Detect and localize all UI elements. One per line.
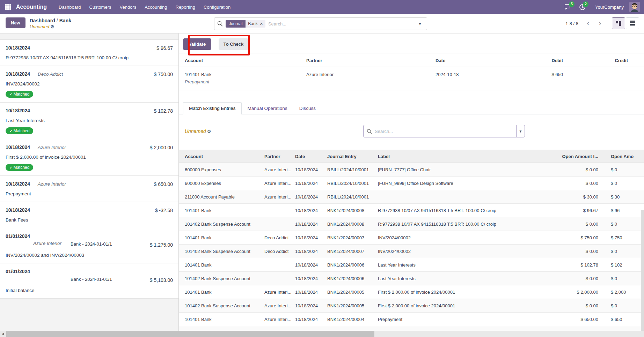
detail-debit: $ 650 (518, 67, 563, 90)
table-cell: 10/18/2024 (295, 303, 327, 308)
search-bar: Journal Bank ✕ ▼ (214, 17, 427, 30)
statement-line[interactable]: $ 5,103.0001/01/2024Bank - 2024-01-01/1I… (0, 263, 178, 299)
vertical-scrollbar-thumb[interactable] (641, 210, 644, 331)
pager-next-button[interactable]: › (595, 18, 605, 29)
details-column-header: Debit (518, 53, 563, 67)
table-row[interactable]: 101402 Bank Suspense AccountAzure Interi… (179, 326, 644, 331)
gear-icon[interactable]: ⚙ (50, 24, 54, 29)
tab-match-existing-entries[interactable]: Match Existing Entries (183, 102, 242, 114)
statement-line[interactable]: $ 1,275.0001/01/2024Azure InteriorBank -… (0, 228, 178, 263)
table-cell: First $ 2,000.00 of invoice 2024/00001 (378, 303, 540, 308)
search-input[interactable] (268, 21, 416, 27)
tab-manual-operations[interactable]: Manual Operations (242, 102, 293, 114)
statement-line-header: 10/18/2024Deco Addict (6, 70, 158, 78)
menu-item-vendors[interactable]: Vendors (115, 1, 140, 13)
horizontal-scrollbar[interactable]: ◀ (0, 331, 644, 337)
chevron-right-icon: › (599, 19, 601, 28)
apps-menu-button[interactable] (3, 2, 13, 12)
menu-item-reporting[interactable]: Reporting (171, 1, 199, 13)
table-row[interactable]: 600000 ExpensesAzure Interi...10/18/2024… (179, 177, 644, 190)
table-cell: $ 0 (599, 222, 644, 227)
match-existing-entries-table: AccountPartnerDateJournal EntryLabelOpen… (179, 150, 644, 331)
matched-badge: ✔Matched (6, 127, 33, 134)
statement-line[interactable]: $ 750.0010/18/2024Deco AddictINV/2024/00… (0, 66, 178, 103)
menu-item-customers[interactable]: Customers (85, 1, 116, 13)
table-row[interactable]: 101401 BankAzure Interi...10/18/2024BNK1… (179, 285, 644, 299)
table-cell: 211000 Account Payable (185, 194, 264, 200)
menu-item-accounting[interactable]: Accounting (140, 1, 171, 13)
table-cell: $ 0 (599, 303, 644, 308)
table-row[interactable]: 600000 ExpensesAzure Interi...10/18/2024… (179, 163, 644, 177)
horizontal-scrollbar-thumb[interactable] (6, 331, 374, 337)
table-cell: BNK1/2024/00005 (327, 303, 378, 308)
statement-line[interactable]: $ 102.7810/18/2024Last Year Interests✔Ma… (0, 103, 178, 139)
statement-line[interactable]: $ 2,000.0010/18/2024Azure InteriorFirst … (0, 139, 178, 176)
search-options-toggle[interactable]: ▼ (416, 20, 424, 27)
table-row[interactable]: 211000 Account PayableAzure Interi...10/… (179, 190, 644, 204)
table-cell: 101402 Bank Suspense Account (185, 249, 264, 254)
table-cell: 10/18/2024 (295, 194, 327, 200)
table-cell: Azure Interi... (264, 290, 295, 295)
activities-button[interactable]: 2 (576, 1, 588, 13)
statement-amount: $ 650.00 (154, 181, 173, 187)
table-row[interactable]: 101401 Bank10/18/2024BNK1/2024/00006Last… (179, 258, 644, 272)
kanban-view-button[interactable] (612, 17, 625, 29)
statement-line[interactable]: $ 650.0010/18/2024Azure InteriorPrepayme… (0, 176, 178, 202)
company-name[interactable]: YourCompany (595, 5, 624, 10)
table-row[interactable]: 101401 BankAzure Interi...10/18/2024BNK1… (179, 313, 644, 326)
table-cell: Prepayment (378, 317, 540, 322)
table-cell: $ 0 (599, 249, 644, 254)
table-cell: $ 0 (599, 276, 644, 281)
details-column-header: Credit (563, 53, 628, 67)
table-cell: R:9772938 10/07 AX 9415116318 T:5 BRT: 1… (378, 222, 540, 227)
table-row[interactable]: 101402 Bank Suspense AccountAzure Interi… (179, 299, 644, 313)
table-cell: Azure Interi... (264, 181, 295, 186)
table-cell: $ 750.00 (540, 235, 599, 240)
statement-date: 10/18/2024 (6, 181, 30, 187)
table-cell: 10/18/2024 (295, 208, 327, 213)
table-cell: $ 102 (599, 262, 644, 268)
table-cell: 10/18/2024 (295, 317, 327, 322)
table-cell: BNK1/2024/00008 (327, 222, 378, 227)
match-search-options-toggle[interactable]: ▼ (516, 125, 525, 137)
table-row[interactable]: 101402 Bank Suspense AccountDeco Addict1… (179, 245, 644, 258)
table-cell: BNK1/2024/00006 (327, 262, 378, 268)
app-name[interactable]: Accounting (16, 4, 47, 10)
table-row[interactable]: 101401 BankDeco Addict10/18/2024BNK1/202… (179, 231, 644, 245)
tab-discuss[interactable]: Discuss (293, 102, 322, 114)
table-row[interactable]: 101402 Bank Suspense Account10/18/2024BN… (179, 217, 644, 231)
table-cell: RBILL/2024/10/0001 (327, 167, 378, 172)
table-cell: BNK1/2024/00007 (327, 235, 378, 240)
gear-icon[interactable]: ⚙ (207, 129, 211, 134)
breadcrumb-dashboard[interactable]: Dashboard (30, 18, 55, 23)
menu-item-configuration[interactable]: Configuration (199, 1, 235, 13)
details-row[interactable]: 101401 Bank Prepayment Azure Interior 20… (179, 67, 644, 90)
to-check-button[interactable]: To Check (219, 38, 249, 50)
table-row[interactable]: 101402 Bank Suspense Account10/18/2024BN… (179, 272, 644, 285)
table-row[interactable]: 101401 Bank10/18/2024BNK1/2024/00008R:97… (179, 204, 644, 217)
statement-date: 10/18/2024 (6, 207, 30, 213)
validate-button[interactable]: Validate (183, 38, 211, 50)
table-cell: $ 0.00 (540, 222, 599, 227)
close-icon[interactable]: ✕ (260, 22, 263, 26)
table-cell: 101402 Bank Suspense Account (185, 222, 264, 227)
list-view-button[interactable] (626, 17, 639, 29)
messages-button[interactable]: 5 (562, 1, 574, 13)
breadcrumb: Dashboard/Bank Unnamed⚙ (30, 17, 71, 30)
match-search-input[interactable] (375, 129, 516, 134)
column-header: Open Amount I... (540, 154, 599, 159)
statement-label: INV/2024/00002 and INV/2024/00003 (6, 252, 158, 259)
kanban-view-icon (616, 21, 621, 26)
column-header: Open Amo (599, 154, 644, 159)
menu-item-dashboard[interactable]: Dashboard (54, 1, 85, 13)
table-cell: 101402 Bank Suspense Account (185, 276, 264, 281)
statement-line[interactable]: $ -32.5810/18/2024Bank Fees (0, 202, 178, 228)
statement-label: Prepayment (6, 190, 158, 197)
table-cell: $ 2,000.00 (540, 290, 599, 295)
pager-previous-button[interactable]: ‹ (583, 18, 593, 29)
vertical-scrollbar[interactable] (641, 176, 644, 331)
scrollbar-left-arrow-icon[interactable]: ◀ (0, 331, 6, 337)
new-button[interactable]: New (6, 17, 25, 28)
user-avatar[interactable] (629, 2, 640, 12)
statement-line[interactable]: $ 96.6710/18/2024R:9772938 10/07 AX 9415… (0, 39, 178, 66)
